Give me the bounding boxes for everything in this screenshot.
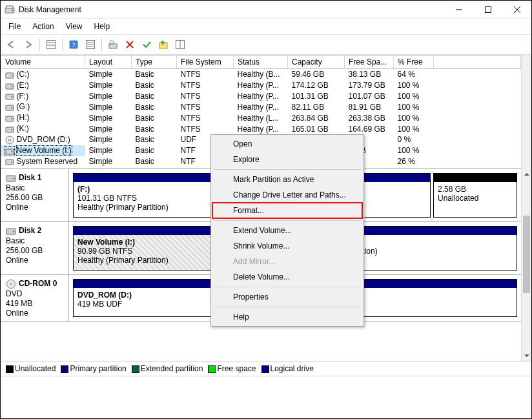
col-pctfree[interactable]: % Free <box>394 56 434 69</box>
volume-layout: Simple <box>85 123 132 134</box>
svg-point-1 <box>12 9 13 10</box>
check-icon[interactable] <box>139 37 154 52</box>
volume-name: (C:) <box>17 70 30 79</box>
table-row[interactable]: (E:)SimpleBasicNTFSHealthy (P...174.12 G… <box>1 80 521 91</box>
volume-layout: Simple <box>85 101 132 112</box>
delete-icon[interactable] <box>123 37 137 52</box>
disk-info-disk1[interactable]: Disk 1 Basic 256.00 GB Online <box>1 169 69 221</box>
ctx-shrink[interactable]: Shrink Volume... <box>212 238 362 254</box>
volume-capacity: 174.12 GB <box>288 80 345 91</box>
volume-free: 173.79 GB <box>345 80 394 91</box>
ctx-open[interactable]: Open <box>212 136 362 152</box>
ctx-format[interactable]: Format... <box>212 203 362 218</box>
volume-pct: 26 % <box>394 156 434 167</box>
help-icon[interactable]: ? <box>66 37 81 52</box>
col-volume[interactable]: Volume <box>1 56 85 69</box>
details-icon[interactable] <box>83 37 97 52</box>
scroll-up-icon[interactable] <box>522 169 531 179</box>
window-title: Disk Management <box>19 5 81 14</box>
swatch-logical <box>261 365 269 373</box>
legend-unallocated: Unallocated <box>15 364 56 373</box>
back-icon[interactable] <box>5 37 19 52</box>
volume-free: 164.69 GB <box>345 123 394 134</box>
ctx-change-letter[interactable]: Change Drive Letter and Paths... <box>212 187 362 203</box>
maximize-button[interactable] <box>473 1 502 19</box>
volume-name: DVD_ROM (D:) <box>17 135 70 144</box>
legend-primary: Primary partition <box>70 364 126 373</box>
volume-fs: NTFS <box>177 91 234 102</box>
statusbar <box>1 376 531 390</box>
col-type[interactable]: Type <box>132 56 177 69</box>
svg-point-28 <box>11 96 12 97</box>
action-icon[interactable] <box>156 37 170 52</box>
volume-type: Basic <box>132 134 177 145</box>
volume-pct: 100 % <box>394 91 434 102</box>
volume-type: Basic <box>132 112 177 123</box>
disc-icon <box>5 136 14 145</box>
volume-type: Basic <box>132 91 177 102</box>
svg-point-30 <box>11 107 12 108</box>
close-button[interactable] <box>502 1 531 19</box>
table-row[interactable]: (C:)SimpleBasicNTFSHealthy (B...59.46 GB… <box>1 69 521 80</box>
partition-unallocated[interactable]: 2.58 GB Unallocated <box>433 173 517 218</box>
volume-status: Healthy (P... <box>234 101 288 112</box>
menu-action[interactable]: Action <box>27 20 59 33</box>
legend: Unallocated Primary partition Extended p… <box>1 361 531 376</box>
drive-icon <box>5 92 14 101</box>
grid-icon[interactable] <box>44 37 58 52</box>
table-row[interactable]: (F:)SimpleBasicNTFSHealthy (P...101.31 G… <box>1 91 521 102</box>
drive-icon <box>5 103 14 112</box>
scroll-down-icon[interactable] <box>522 350 531 361</box>
col-layout[interactable]: Layout <box>85 56 132 69</box>
volume-layout: Simple <box>85 145 132 156</box>
menu-help[interactable]: Help <box>89 20 116 33</box>
drive-icon <box>5 114 14 123</box>
legend-logical: Logical drive <box>271 364 314 373</box>
scroll-thumb[interactable] <box>523 216 530 293</box>
volume-capacity: 165.01 GB <box>288 123 345 134</box>
col-capacity[interactable]: Capacity <box>288 56 345 69</box>
ctx-mark-active[interactable]: Mark Partition as Active <box>212 172 362 187</box>
volume-name: (F:) <box>17 92 29 101</box>
col-status[interactable]: Status <box>234 56 288 69</box>
swatch-unallocated <box>6 365 14 373</box>
table-row[interactable]: (K:)SimpleBasicNTFSHealthy (P...165.01 G… <box>1 123 521 134</box>
volume-layout: Simple <box>85 134 132 145</box>
volume-fs: NTFS <box>177 123 234 134</box>
list-icon[interactable] <box>173 37 187 52</box>
menu-view[interactable]: View <box>61 20 88 33</box>
ctx-properties[interactable]: Properties <box>212 289 362 305</box>
disk-state: Online <box>6 309 63 318</box>
column-headers[interactable]: Volume Layout Type File System Status Ca… <box>1 56 521 69</box>
ctx-explore[interactable]: Explore <box>212 152 362 167</box>
forward-icon[interactable] <box>21 37 36 52</box>
swatch-free <box>208 365 216 373</box>
disk-size: 256.00 GB <box>6 246 63 256</box>
col-filesystem[interactable]: File System <box>177 56 234 69</box>
ctx-extend[interactable]: Extend Volume... <box>212 223 362 238</box>
volume-name: (K:) <box>17 124 29 133</box>
disk-info-disk2[interactable]: Disk 2 Basic 256.00 GB Online <box>1 222 69 274</box>
svg-rect-4 <box>485 6 491 12</box>
volume-type: Basic <box>132 80 177 91</box>
partition-size: 2.58 GB <box>438 185 513 194</box>
table-row[interactable]: (G:)SimpleBasicNTFSHealthy (P...82.11 GB… <box>1 101 521 112</box>
drive-icon <box>5 125 14 134</box>
partition-state: Unallocated <box>438 194 513 203</box>
vertical-scrollbar[interactable] <box>521 169 531 361</box>
table-row[interactable]: (H:)SimpleBasicNTFSHealthy (L...263.84 G… <box>1 112 521 123</box>
disk-info-cdrom[interactable]: CD-ROM 0 DVD 419 MB Online <box>1 275 69 321</box>
volume-pct: 100 % <box>394 112 434 123</box>
volume-layout: Simple <box>85 112 132 123</box>
ctx-help[interactable]: Help <box>212 309 362 325</box>
settings-icon[interactable] <box>106 37 120 52</box>
volume-free: 38.13 GB <box>345 69 394 80</box>
menu-file[interactable]: File <box>3 20 26 33</box>
ctx-delete[interactable]: Delete Volume... <box>212 269 362 285</box>
svg-text:?: ? <box>72 41 76 48</box>
col-free[interactable]: Free Spa... <box>345 56 394 69</box>
volume-fs: NTFS <box>177 80 234 91</box>
minimize-button[interactable] <box>444 1 473 19</box>
volume-free: 81.91 GB <box>345 101 394 112</box>
svg-point-46 <box>10 283 12 285</box>
